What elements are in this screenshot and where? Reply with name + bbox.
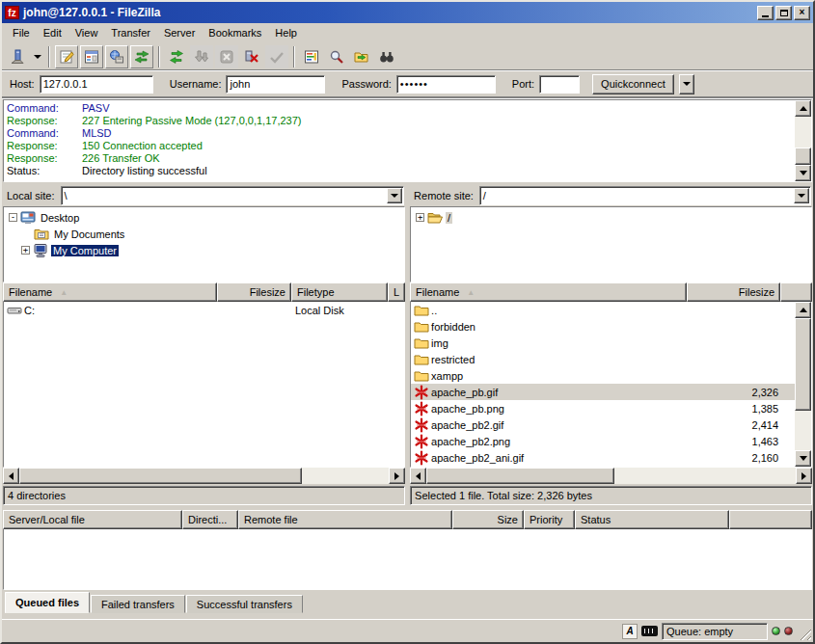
file-row-c-drive[interactable]: C: Local Disk <box>4 302 404 318</box>
site-manager-button[interactable] <box>6 45 29 68</box>
file-row[interactable]: apache_pb2_ani.gif 2,160 <box>411 449 795 466</box>
host-input[interactable]: 127.0.0.1 <box>40 75 153 94</box>
close-button[interactable]: × <box>794 6 810 20</box>
scroll-thumb[interactable] <box>795 148 811 165</box>
message-log: Command:PASV Response:227 Entering Passi… <box>3 99 812 182</box>
remote-vscrollbar[interactable] <box>795 302 811 467</box>
menu-file[interactable]: File <box>6 25 37 40</box>
synchronized-browsing-icon <box>354 49 369 65</box>
local-site-dropdown[interactable] <box>387 188 402 203</box>
expand-icon[interactable]: + <box>21 246 30 255</box>
sync-browsing-button[interactable] <box>350 45 373 68</box>
cancel-button[interactable] <box>215 45 238 68</box>
menu-help[interactable]: Help <box>268 25 304 40</box>
log-scrollbar[interactable] <box>795 100 811 181</box>
status-bar: A Queue: empty <box>2 619 813 642</box>
filter-button[interactable] <box>300 45 323 68</box>
column-header-direction[interactable]: Directi... <box>182 510 238 529</box>
expand-icon[interactable]: + <box>416 213 424 222</box>
file-row[interactable]: img <box>411 335 795 351</box>
remote-site-dropdown[interactable] <box>794 188 809 203</box>
scroll-left-button[interactable] <box>3 468 19 484</box>
file-row[interactable]: forbidden <box>411 318 795 335</box>
file-row[interactable]: apache_pb2.png 1,463 <box>411 433 795 449</box>
site-manager-dropdown[interactable] <box>31 46 43 67</box>
tree-item-root[interactable]: + / <box>411 209 811 226</box>
toggle-message-log-button[interactable] <box>55 45 78 68</box>
scroll-right-button[interactable] <box>389 468 405 484</box>
tab-successful-transfers[interactable]: Successful transfers <box>186 595 303 613</box>
scroll-up-button[interactable] <box>795 302 811 318</box>
file-row[interactable]: xampp <box>411 367 795 384</box>
column-header-filesize[interactable]: Filesize <box>687 282 780 302</box>
file-row-selected[interactable]: apache_pb.gif 2,326 <box>411 384 795 400</box>
local-pane: Local site: \ - Desktop <box>3 185 405 505</box>
column-header-size[interactable]: Size <box>452 510 524 529</box>
toggle-transfer-queue-button[interactable] <box>130 45 153 68</box>
scroll-left-button[interactable] <box>410 468 426 484</box>
column-header-server-local-file[interactable]: Server/Local file <box>3 510 182 529</box>
scroll-thumb[interactable] <box>19 468 302 484</box>
menu-view[interactable]: View <box>68 25 105 40</box>
column-header-filename[interactable]: Filename▲ <box>410 282 687 302</box>
tree-item-my-documents[interactable]: My Documents <box>4 226 404 242</box>
scroll-thumb[interactable] <box>426 468 614 484</box>
collapse-icon[interactable]: - <box>9 213 17 222</box>
column-header-status[interactable]: Status <box>575 510 729 529</box>
tab-queued-files[interactable]: Queued files <box>5 592 90 613</box>
tree-item-desktop[interactable]: - Desktop <box>4 209 404 226</box>
scroll-right-button[interactable] <box>796 468 812 484</box>
file-name: C: <box>24 305 35 316</box>
remote-hscrollbar[interactable] <box>410 468 812 484</box>
password-input[interactable]: •••••• <box>396 75 496 94</box>
scroll-up-button[interactable] <box>795 100 811 117</box>
file-row[interactable]: .. <box>411 302 795 318</box>
column-header-lastmodified[interactable]: L <box>388 282 405 302</box>
refresh-button[interactable] <box>165 45 188 68</box>
scroll-down-button[interactable] <box>795 450 811 467</box>
log-line: Command:PASV <box>7 102 792 115</box>
port-label: Port: <box>512 78 534 90</box>
process-queue-icon <box>194 49 209 65</box>
chevron-down-icon <box>34 55 41 59</box>
log-line: Response:150 Connection accepted <box>7 140 792 152</box>
quickconnect-dropdown[interactable] <box>679 74 694 94</box>
process-queue-button[interactable] <box>190 45 213 68</box>
maximize-button[interactable] <box>775 6 792 20</box>
menu-transfer[interactable]: Transfer <box>104 25 157 40</box>
tree-item-my-computer[interactable]: + My Computer <box>4 242 404 258</box>
minimize-button[interactable] <box>757 6 774 20</box>
file-row[interactable]: restricted <box>411 351 795 367</box>
scroll-thumb[interactable] <box>795 318 811 411</box>
tree-item-label: My Computer <box>51 245 119 256</box>
column-header-filetype[interactable]: Filetype <box>291 282 388 302</box>
port-input[interactable] <box>539 75 580 94</box>
speedlimit-icon[interactable] <box>641 626 658 636</box>
menu-server[interactable]: Server <box>157 25 202 40</box>
file-search-button[interactable] <box>325 45 348 68</box>
username-value: john <box>230 78 250 90</box>
log-line: Response:227 Entering Passive Mode (127,… <box>7 115 792 127</box>
resize-grip[interactable] <box>797 626 811 640</box>
directory-comparison-button[interactable] <box>375 45 398 68</box>
column-header-remote-file[interactable]: Remote file <box>238 510 452 529</box>
menu-edit[interactable]: Edit <box>37 25 68 40</box>
tab-failed-transfers[interactable]: Failed transfers <box>91 595 185 613</box>
quickconnect-button[interactable]: Quickconnect <box>592 74 674 94</box>
reconnect-button[interactable] <box>265 45 288 68</box>
toggle-local-tree-button[interactable] <box>80 45 103 68</box>
toggle-remote-tree-button[interactable] <box>105 45 128 68</box>
scroll-down-button[interactable] <box>795 165 811 181</box>
local-hscrollbar[interactable] <box>3 468 405 484</box>
file-row[interactable]: apache_pb.png 1,385 <box>411 400 795 416</box>
column-header-filesize[interactable]: Filesize <box>217 282 291 302</box>
file-row[interactable]: apache_pb2.gif 2,414 <box>411 416 795 433</box>
remote-site-combo[interactable]: / <box>479 186 811 205</box>
column-header-filename[interactable]: Filename▲ <box>3 282 217 302</box>
menu-bookmarks[interactable]: Bookmarks <box>202 25 268 40</box>
username-input[interactable]: john <box>226 75 325 94</box>
transfer-type-icon[interactable]: A <box>622 624 638 639</box>
column-header-priority[interactable]: Priority <box>524 510 575 529</box>
local-site-combo[interactable]: \ <box>61 186 405 205</box>
disconnect-button[interactable] <box>240 45 263 68</box>
